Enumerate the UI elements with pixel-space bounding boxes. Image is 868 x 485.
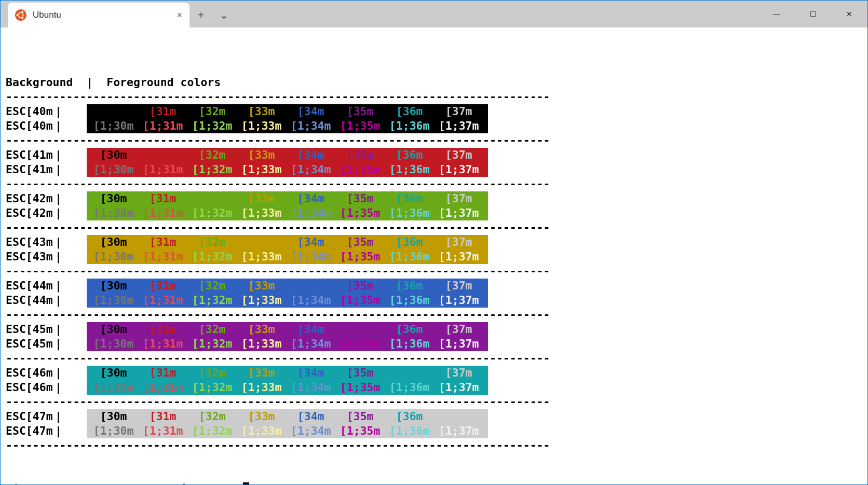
divider: ----------------------------------------… <box>6 438 862 453</box>
color-cell: [1;37m <box>439 162 488 177</box>
color-cell: [1;32m <box>192 162 241 177</box>
close-window-button[interactable]: ✕ <box>831 1 867 27</box>
sep: | <box>73 76 106 89</box>
color-row: ESC[45m| [30m [31m [32m [33m [34m [35m [… <box>6 322 862 337</box>
sep: | <box>55 206 73 220</box>
color-cell: [31m <box>143 279 192 293</box>
bg-swatch: [1;30m[1;31m[1;32m[1;33m[1;34m[1;35m[1;3… <box>87 119 488 133</box>
color-row: ESC[47m| [1;30m[1;31m[1;32m[1;33m[1;34m[… <box>6 424 862 438</box>
color-cell: [31m <box>143 322 192 337</box>
color-cell: [1;32m <box>192 337 241 351</box>
tab-ubuntu[interactable]: Ubuntu × <box>8 3 189 27</box>
header-row: Background | Foreground colors <box>6 75 862 90</box>
new-tab-button[interactable]: + <box>189 3 212 27</box>
color-row: ESC[40m| [1;30m[1;31m[1;32m[1;33m[1;34m[… <box>6 119 862 133</box>
color-cell: [31m <box>143 104 192 119</box>
color-cell: [37m <box>439 104 488 119</box>
sep: | <box>55 148 73 162</box>
color-cell: [1;36m <box>389 424 439 438</box>
color-cell: [36m <box>389 279 439 293</box>
color-cell: [1;30m <box>93 380 143 395</box>
svg-point-9 <box>21 11 23 13</box>
prompt-line[interactable]: cinnak@roll:/mnt/c/Users/cinnamon$ <box>6 482 862 485</box>
color-cell: [1;34m <box>291 293 340 308</box>
divider: ----------------------------------------… <box>6 177 862 191</box>
color-cell: [1;37m <box>439 380 488 395</box>
color-cell: [30m <box>93 279 143 293</box>
color-cell: [33m <box>241 235 291 250</box>
color-cell: [1;31m <box>143 119 192 133</box>
color-cell: [33m <box>241 279 291 293</box>
bg-header: Background <box>6 76 73 89</box>
color-cell: [32m <box>192 409 241 424</box>
terminal-output[interactable]: Background | Foreground colors----------… <box>1 27 867 485</box>
bg-label: ESC[41m <box>6 148 55 162</box>
color-cell: [36m <box>389 366 439 380</box>
color-cell: [35m <box>340 409 389 424</box>
color-cell: [1;36m <box>389 206 439 220</box>
color-cell: [1;33m <box>241 250 291 264</box>
bg-label: ESC[45m <box>6 322 55 337</box>
color-cell: [37m <box>439 279 488 293</box>
color-cell: [34m <box>291 191 340 206</box>
sep: | <box>55 191 73 206</box>
color-cell: [32m <box>192 235 241 250</box>
color-cell: [1;35m <box>340 293 389 308</box>
prompt-path: /mnt/c/Users/cinnamon <box>86 482 227 485</box>
bg-label: ESC[46m <box>6 380 55 395</box>
color-cell: [1;33m <box>241 162 291 177</box>
color-cell: [34m <box>291 279 340 293</box>
divider: ----------------------------------------… <box>6 133 862 148</box>
color-cell: [37m <box>439 191 488 206</box>
color-cell: [32m <box>192 104 241 119</box>
color-cell: [1;33m <box>241 293 291 308</box>
color-cell: [1;34m <box>291 380 340 395</box>
bg-label: ESC[44m <box>6 279 55 293</box>
sep: | <box>55 337 73 351</box>
color-row: ESC[41m| [30m [31m [32m [33m [34m [35m [… <box>6 148 862 162</box>
color-row: ESC[46m| [1;30m[1;31m[1;32m[1;33m[1;34m[… <box>6 380 862 395</box>
color-cell: [36m <box>389 409 439 424</box>
tab-dropdown-button[interactable]: ⌄ <box>212 3 235 27</box>
color-cell: [31m <box>143 191 192 206</box>
sep: | <box>55 279 73 293</box>
color-cell: [34m <box>291 104 340 119</box>
bg-label: ESC[47m <box>6 424 55 438</box>
color-cell: [33m <box>241 409 291 424</box>
color-row: ESC[44m| [1;30m[1;31m[1;32m[1;33m[1;34m[… <box>6 293 862 308</box>
sep: | <box>55 366 73 380</box>
divider: ----------------------------------------… <box>6 351 862 366</box>
bg-label: ESC[44m <box>6 293 55 308</box>
color-cell: [33m <box>241 104 291 119</box>
color-cell: [31m <box>143 409 192 424</box>
color-cell: [1;30m <box>93 293 143 308</box>
bg-swatch: [1;30m[1;31m[1;32m[1;33m[1;34m[1;35m[1;3… <box>87 162 488 177</box>
color-cell: [1;30m <box>93 424 143 438</box>
color-cell: [1;34m <box>291 206 340 220</box>
color-cell: [1;33m <box>241 119 291 133</box>
titlebar: Ubuntu × + ⌄ — ☐ ✕ <box>1 1 867 27</box>
color-cell: [1;32m <box>192 250 241 264</box>
color-row: ESC[46m| [30m [31m [32m [33m [34m [35m [… <box>6 366 862 380</box>
svg-point-10 <box>21 17 23 19</box>
prompt-dollar: $ <box>227 482 241 485</box>
color-row: ESC[41m| [1;30m[1;31m[1;32m[1;33m[1;34m[… <box>6 162 862 177</box>
color-cell: [35m <box>340 322 389 337</box>
color-cell: [1;37m <box>439 206 488 220</box>
color-cell: [33m <box>241 191 291 206</box>
maximize-button[interactable]: ☐ <box>795 1 831 27</box>
close-tab-icon[interactable]: × <box>177 10 182 21</box>
svg-point-8 <box>17 14 19 16</box>
color-row: ESC[43m| [1;30m[1;31m[1;32m[1;33m[1;34m[… <box>6 250 862 264</box>
color-row: ESC[43m| [30m [31m [32m [33m [34m [35m [… <box>6 235 862 250</box>
color-cell: [1;34m <box>291 162 340 177</box>
divider: ----------------------------------------… <box>6 308 862 322</box>
minimize-button[interactable]: — <box>758 1 795 27</box>
color-cell: [32m <box>192 366 241 380</box>
bg-label: ESC[45m <box>6 337 55 351</box>
divider: ----------------------------------------… <box>6 395 862 409</box>
color-cell: [33m <box>241 148 291 162</box>
divider: ----------------------------------------… <box>6 90 862 104</box>
color-cell: [1;34m <box>291 424 340 438</box>
color-cell: [34m <box>291 235 340 250</box>
